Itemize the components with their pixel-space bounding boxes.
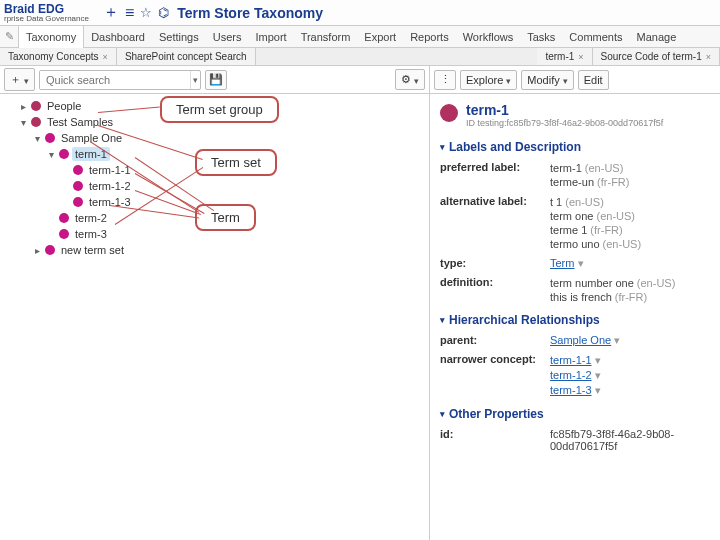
- section-other[interactable]: Other Properties: [440, 407, 710, 421]
- tree-node-new-term-set[interactable]: ▸new term set: [32, 242, 429, 258]
- menubar: ✎ Taxonomy Dashboard Settings Users Impo…: [0, 26, 720, 48]
- tab-term1[interactable]: term-1×: [537, 48, 592, 65]
- toolbar-row: ＋ ▾ 💾 ⚙ ⋮ Explore Modify Edit: [0, 66, 720, 94]
- topbar-actions: ＋ ≡ ☆ ⌬: [103, 2, 169, 23]
- menu-export[interactable]: Export: [357, 26, 403, 48]
- close-icon[interactable]: ×: [103, 52, 108, 62]
- term-icon: [59, 149, 69, 159]
- menu-comments[interactable]: Comments: [562, 26, 629, 48]
- close-icon[interactable]: ×: [578, 52, 583, 62]
- search-field[interactable]: [40, 71, 190, 89]
- row-id: id: fc85fb79-3f8f-46a2-9b08-00dd70617f5f: [440, 425, 710, 455]
- row-preferred-label: preferred label: term-1 (en-US) terme-un…: [440, 158, 710, 192]
- page-title: Term Store Taxonomy: [177, 5, 323, 21]
- menu-users[interactable]: Users: [206, 26, 249, 48]
- detail-pane: term-1 ID testing:fc85fb79-3f8f-46a2-9b0…: [430, 94, 720, 540]
- explore-button[interactable]: Explore: [460, 70, 517, 90]
- row-parent: parent: Sample One ▾: [440, 331, 710, 350]
- tabstrip: Taxonomy Concepts× SharePoint concept Se…: [0, 48, 720, 66]
- modify-button[interactable]: Modify: [521, 70, 573, 90]
- right-toolbar: ⋮ Explore Modify Edit: [430, 66, 720, 93]
- add-button[interactable]: ＋: [4, 68, 35, 91]
- row-narrower: narrower concept: term-1-1 ▾ term-1-2 ▾ …: [440, 350, 710, 401]
- term-icon: [73, 165, 83, 175]
- annotation-term: Term: [195, 204, 256, 231]
- chevron-down-icon[interactable]: ▾: [190, 71, 200, 89]
- section-labels[interactable]: Labels and Description: [440, 140, 710, 154]
- menu-transform[interactable]: Transform: [294, 26, 358, 48]
- top-bar: Braid EDG rprise Data Governance ＋ ≡ ☆ ⌬…: [0, 0, 720, 26]
- menu-reports[interactable]: Reports: [403, 26, 456, 48]
- brand: Braid EDG rprise Data Governance: [4, 3, 89, 23]
- narrower-link[interactable]: term-1-1: [550, 354, 592, 366]
- row-definition: definition: term number one (en-US) this…: [440, 273, 710, 307]
- close-icon[interactable]: ×: [706, 52, 711, 62]
- narrower-link[interactable]: term-1-2: [550, 369, 592, 381]
- plus-icon[interactable]: ＋: [103, 2, 119, 23]
- tree-node-term12[interactable]: term-1-2: [60, 178, 429, 194]
- main: ▸People ▾Test Samples ▾Sample One ▾term-…: [0, 94, 720, 540]
- term-icon: [59, 229, 69, 239]
- brand-sub: rprise Data Governance: [4, 15, 89, 23]
- menu-tasks[interactable]: Tasks: [520, 26, 562, 48]
- section-hierarchy[interactable]: Hierarchical Relationships: [440, 313, 710, 327]
- search-input[interactable]: ▾: [39, 70, 201, 90]
- termset-icon: [45, 245, 55, 255]
- edit-button[interactable]: Edit: [578, 70, 609, 90]
- menu-import[interactable]: Import: [248, 26, 293, 48]
- menu-icon[interactable]: ≡: [125, 4, 134, 22]
- tree-pane: ▸People ▾Test Samples ▾Sample One ▾term-…: [0, 94, 430, 540]
- raw-id: fc85fb79-3f8f-46a2-9b08-00dd70617f5f: [550, 428, 710, 452]
- row-type: type: Term ▾: [440, 254, 710, 273]
- term-icon: [73, 197, 83, 207]
- detail-id: ID testing:fc85fb79-3f8f-46a2-9b08-00dd7…: [466, 118, 663, 128]
- menu-dashboard[interactable]: Dashboard: [84, 26, 152, 48]
- left-toolbar: ＋ ▾ 💾 ⚙: [0, 66, 430, 93]
- detail-header: term-1 ID testing:fc85fb79-3f8f-46a2-9b0…: [440, 98, 710, 134]
- row-alternative-label: alternative label: t 1 (en-US) term one …: [440, 192, 710, 254]
- more-icon[interactable]: ⋮: [434, 70, 456, 90]
- tab-source-code[interactable]: Source Code of term-1×: [593, 48, 720, 65]
- narrower-link[interactable]: term-1-3: [550, 384, 592, 396]
- menu-settings[interactable]: Settings: [152, 26, 206, 48]
- folder-icon: [31, 101, 41, 111]
- annotation-term-set-group: Term set group: [160, 96, 279, 123]
- termset-icon: [45, 133, 55, 143]
- star-icon[interactable]: ☆: [140, 5, 152, 20]
- detail-title: term-1: [466, 102, 663, 118]
- term-icon: [73, 181, 83, 191]
- annotation-term-set: Term set: [195, 149, 277, 176]
- pencil-icon[interactable]: ✎: [0, 30, 18, 43]
- menu-taxonomy[interactable]: Taxonomy: [18, 25, 84, 49]
- term-icon: [440, 104, 458, 122]
- parent-link[interactable]: Sample One: [550, 334, 611, 346]
- tab-taxonomy-concepts[interactable]: Taxonomy Concepts×: [0, 48, 117, 65]
- tab-sharepoint-search[interactable]: SharePoint concept Search: [117, 48, 256, 65]
- menu-workflows[interactable]: Workflows: [456, 26, 521, 48]
- type-link[interactable]: Term: [550, 257, 574, 269]
- folder-icon: [31, 117, 41, 127]
- term-icon: [59, 213, 69, 223]
- menu-manage[interactable]: Manage: [630, 26, 684, 48]
- save-icon[interactable]: 💾: [205, 70, 227, 90]
- hierarchy-icon[interactable]: ⌬: [158, 5, 169, 20]
- gear-button[interactable]: ⚙: [395, 69, 425, 90]
